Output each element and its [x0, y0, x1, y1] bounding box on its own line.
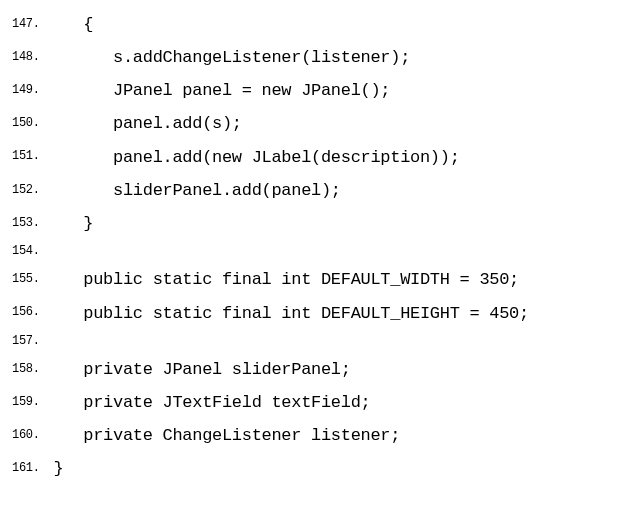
line-number: 157.	[12, 330, 54, 353]
code-text	[54, 240, 529, 263]
code-text: public static final int DEFAULT_WIDTH = …	[54, 263, 529, 296]
code-text	[54, 330, 529, 353]
line-number: 151.	[12, 141, 54, 174]
code-text: }	[54, 207, 529, 240]
code-text: private JPanel sliderPanel;	[54, 353, 529, 386]
code-text: panel.add(s);	[54, 107, 529, 140]
line-number: 161.	[12, 452, 54, 485]
code-row: 160. private ChangeListener listener;	[12, 419, 529, 452]
line-number: 158.	[12, 353, 54, 386]
line-number: 148.	[12, 41, 54, 74]
code-text: public static final int DEFAULT_HEIGHT =…	[54, 297, 529, 330]
line-number: 152.	[12, 174, 54, 207]
code-text: panel.add(new JLabel(description));	[54, 141, 529, 174]
code-row: 148. s.addChangeListener(listener);	[12, 41, 529, 74]
code-row: 150. panel.add(s);	[12, 107, 529, 140]
code-row: 161. }	[12, 452, 529, 485]
code-text: private ChangeListener listener;	[54, 419, 529, 452]
code-row: 152. sliderPanel.add(panel);	[12, 174, 529, 207]
line-number: 147.	[12, 8, 54, 41]
code-text: sliderPanel.add(panel);	[54, 174, 529, 207]
code-text: s.addChangeListener(listener);	[54, 41, 529, 74]
line-number: 149.	[12, 74, 54, 107]
line-number: 156.	[12, 297, 54, 330]
code-row: 153. }	[12, 207, 529, 240]
code-text: JPanel panel = new JPanel();	[54, 74, 529, 107]
code-row: 158. private JPanel sliderPanel;	[12, 353, 529, 386]
line-number: 153.	[12, 207, 54, 240]
line-number: 155.	[12, 263, 54, 296]
code-row: 156. public static final int DEFAULT_HEI…	[12, 297, 529, 330]
code-row: 157.	[12, 330, 529, 353]
line-number: 160.	[12, 419, 54, 452]
code-row: 149. JPanel panel = new JPanel();	[12, 74, 529, 107]
line-number: 154.	[12, 240, 54, 263]
line-number: 159.	[12, 386, 54, 419]
code-row: 159. private JTextField textField;	[12, 386, 529, 419]
code-row: 151. panel.add(new JLabel(description));	[12, 141, 529, 174]
code-text: }	[54, 452, 529, 485]
code-row: 155. public static final int DEFAULT_WID…	[12, 263, 529, 296]
line-number: 150.	[12, 107, 54, 140]
code-row: 154.	[12, 240, 529, 263]
code-listing: 147. { 148. s.addChangeListener(listener…	[12, 8, 529, 486]
code-text: {	[54, 8, 529, 41]
code-row: 147. {	[12, 8, 529, 41]
code-text: private JTextField textField;	[54, 386, 529, 419]
